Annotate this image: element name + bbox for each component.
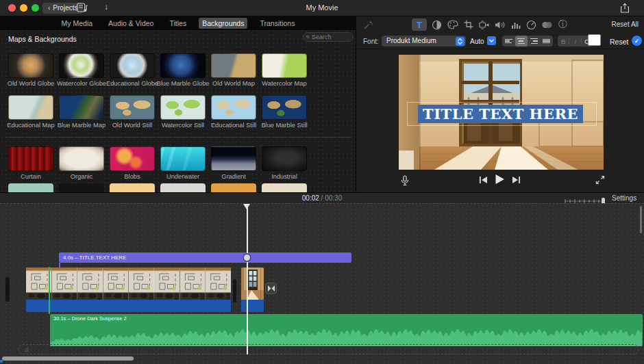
thumb-gradient[interactable]: Gradient — [211, 146, 256, 171]
playhead[interactable] — [247, 204, 248, 354]
tab-audio-video[interactable]: Audio & Video — [105, 18, 157, 29]
text-color-swatch[interactable] — [588, 34, 601, 46]
tab-backgrounds[interactable]: Backgrounds — [199, 18, 247, 29]
font-family-select[interactable]: Produkt Medium — [382, 36, 466, 47]
thumbnail-partial[interactable] — [262, 183, 307, 192]
search-field[interactable] — [303, 32, 354, 42]
clip-trim-handle[interactable] — [5, 277, 10, 302]
bold-button[interactable]: B — [558, 38, 569, 45]
horizontal-scrollbar-thumb[interactable] — [2, 356, 134, 361]
font-size-dropdown[interactable] — [487, 36, 496, 45]
enhance-wand-icon[interactable] — [362, 19, 374, 31]
skip-forward-icon[interactable] — [512, 174, 521, 187]
video-clip-filmstrip[interactable] — [26, 268, 231, 300]
skip-back-icon[interactable] — [479, 174, 488, 187]
color-palette-icon[interactable] — [447, 19, 458, 31]
title-clip[interactable]: 4.0s – TITLE TEXT HERE — [59, 252, 351, 263]
fullscreen-icon[interactable] — [595, 175, 605, 187]
thumbnail-partial[interactable] — [160, 183, 206, 192]
thumbnail-image[interactable] — [110, 146, 155, 171]
thumb-industrial[interactable]: Industrial — [262, 146, 307, 171]
tab-my-media[interactable]: My Media — [58, 18, 97, 29]
thumb-old-world-still[interactable]: Old World Still — [110, 95, 155, 120]
thumbnail-image[interactable] — [211, 95, 256, 120]
align-justify-button[interactable] — [541, 36, 554, 47]
thumbnail-partial[interactable] — [211, 183, 256, 192]
video-clip-audio-bar[interactable] — [26, 300, 231, 312]
preview-viewer[interactable]: TITLE TEXT HERE — [399, 55, 604, 170]
stabilization-icon[interactable] — [478, 19, 490, 31]
reset-button[interactable]: Reset — [610, 38, 628, 46]
thumb-watercolor-still[interactable]: Watercolor Still — [160, 95, 206, 120]
tab-titles[interactable]: Titles — [166, 18, 190, 29]
font-stepper-icon[interactable] — [456, 37, 465, 46]
thumb-curtain[interactable]: Curtain — [8, 146, 53, 171]
crop-icon[interactable] — [462, 19, 474, 31]
thumbnail-image[interactable] — [262, 95, 307, 120]
thumbnail-image[interactable] — [211, 53, 256, 78]
color-balance-icon[interactable] — [431, 19, 443, 31]
thumb-educational-globe[interactable]: Educational Globe — [110, 53, 155, 78]
vertical-scrollbar-thumb[interactable] — [640, 206, 642, 233]
thumb-old-world-globe[interactable]: Old World Globe — [8, 53, 53, 78]
thumb-watercolor-map[interactable]: Watercolor Map — [262, 53, 307, 78]
play-icon[interactable] — [495, 174, 505, 187]
thumbnail-image[interactable] — [262, 53, 307, 78]
thumb-organic[interactable]: Organic — [59, 146, 104, 171]
title-text-overlay[interactable]: TITLE TEXT HERE — [418, 105, 583, 123]
video-clip-2-audio-bar[interactable] — [241, 300, 264, 312]
thumbnail-image[interactable] — [262, 146, 307, 171]
timeline-settings-button[interactable]: Settings — [612, 194, 636, 202]
thumb-blue-marble-still[interactable]: Blue Marble Still — [262, 95, 307, 120]
noise-reduction-icon[interactable] — [541, 19, 553, 31]
search-input[interactable] — [312, 34, 350, 40]
thumb-blue-marble-map[interactable]: Blue Marble Map — [59, 95, 104, 120]
thumbnail-image[interactable] — [160, 146, 206, 171]
thumb-old-world-map[interactable]: Old World Map — [211, 53, 256, 78]
thumbnail-image[interactable] — [211, 146, 256, 171]
share-icon[interactable] — [620, 3, 630, 16]
thumbnail-image[interactable] — [8, 146, 53, 171]
volume-icon[interactable] — [494, 19, 506, 31]
thumb-blue-marble-globe[interactable]: Blue Marble Globe — [160, 53, 206, 78]
align-center-button[interactable] — [515, 36, 528, 47]
reset-all-button[interactable]: Reset All — [612, 21, 639, 28]
thumb-educational-still[interactable]: Educational Still — [211, 95, 256, 120]
voiceover-mic-icon[interactable] — [401, 175, 409, 190]
background-music-well[interactable]: ♫ — [18, 344, 639, 354]
thumbnail-image[interactable] — [59, 146, 104, 171]
title-settings-tab[interactable]: T — [412, 18, 427, 31]
thumb-blobs[interactable]: Blobs — [110, 146, 155, 171]
apply-checkmark-button[interactable]: ✓ — [632, 36, 642, 46]
thumb-watercolor-globe[interactable]: Watercolor Globe — [59, 53, 104, 78]
speed-icon[interactable] — [525, 19, 537, 31]
thumbnail-image[interactable] — [160, 53, 206, 78]
thumbnail-partial[interactable] — [110, 183, 155, 192]
thumbnail-image[interactable] — [110, 95, 155, 120]
transition-icon[interactable] — [265, 283, 277, 294]
equalizer-icon[interactable] — [510, 19, 521, 31]
thumbnail-image[interactable] — [8, 53, 53, 78]
timeline[interactable]: 4.0s – TITLE TEXT HERE — [0, 203, 644, 364]
info-icon[interactable]: ⓘ — [557, 19, 569, 31]
align-left-button[interactable] — [502, 36, 515, 47]
thumbnail-partial[interactable] — [8, 183, 53, 192]
thumb-underwater[interactable]: Underwater — [160, 146, 206, 171]
thumb-educational-map[interactable]: Educational Map — [8, 95, 53, 120]
thumbnail-label: Underwater — [155, 173, 211, 180]
thumbnail-image[interactable] — [8, 95, 53, 120]
video-clip-2-thumbnail[interactable] — [241, 268, 264, 300]
italic-button[interactable]: I — [569, 38, 580, 45]
horizontal-scrollbar[interactable] — [0, 356, 644, 362]
thumbnail-image[interactable] — [59, 53, 104, 78]
align-right-button[interactable] — [528, 36, 541, 47]
tab-transitions[interactable]: Transitions — [256, 18, 298, 29]
thumbnail-image[interactable] — [160, 95, 206, 120]
clip-trim-handle[interactable] — [233, 279, 236, 302]
thumbnail-partial[interactable] — [59, 183, 104, 192]
thumbnail-image[interactable] — [110, 53, 155, 78]
thumbnail-image[interactable] — [59, 95, 104, 120]
title-clip-playhead-dot[interactable] — [244, 255, 250, 261]
background-music-clip[interactable]: 30.1s – Drone Dark Suspense 2 — [50, 314, 643, 346]
playhead-handle[interactable] — [243, 204, 250, 209]
